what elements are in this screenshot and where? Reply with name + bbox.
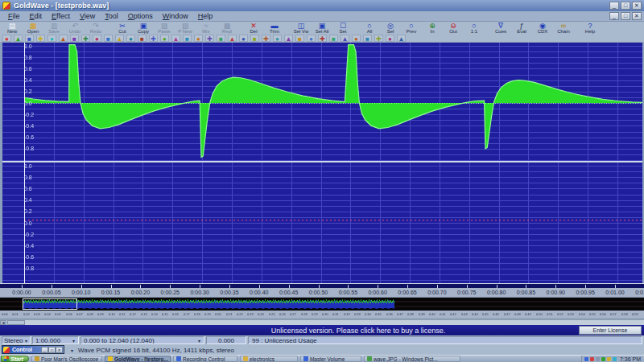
menu-tool[interactable]: Tool [100,11,123,21]
in-button[interactable]: ⊕In [422,23,443,34]
effect-icon-1[interactable]: ● [2,35,11,42]
sel-button[interactable]: ◎Sel [380,23,401,34]
effect-icon-26[interactable]: ▲ [284,35,293,42]
help-button[interactable]: ?Help [580,23,601,34]
sel-vw-button[interactable]: ◫Sel Vw [291,23,312,34]
new-button[interactable]: ▤New [2,23,23,34]
effect-icon-4[interactable]: ✚ [36,35,45,42]
effect-icon-15[interactable]: ● [160,35,169,42]
effect-icon-25[interactable]: ● [273,35,282,42]
task-master-volume[interactable]: Master Volume [300,356,361,362]
effect-icon-18[interactable]: ● [194,35,203,42]
chain-button[interactable]: ∞Chain [553,23,574,34]
effect-icon-2[interactable]: ▲ [14,35,23,42]
effect-icon-33[interactable]: ■ [363,35,372,42]
effect-icon-24[interactable]: ✚ [262,35,270,42]
effect-icon-5[interactable]: ● [47,35,56,42]
out-button[interactable]: ⊖Out [443,23,464,34]
all-button[interactable]: ○All [359,23,380,34]
waveform-display[interactable]: 1.00.80.60.40.20.0-0.2-0.4-0.6-0.81.00.8… [0,43,644,283]
effect-icon-34[interactable]: ✚ [374,35,383,42]
effect-icon-31[interactable]: ▲ [341,35,349,42]
start-button[interactable]: Start [1,356,29,362]
effect-icon-13[interactable]: ■ [138,35,147,42]
effect-icon-22[interactable]: ● [239,35,248,42]
effect-icon-20[interactable]: ■ [217,35,225,42]
effect-icon-7[interactable]: ■ [70,35,79,42]
effect-icon-30[interactable]: ■ [329,35,338,42]
effect-icon-17[interactable]: ■ [183,35,192,42]
control-minimize-icon[interactable]: _ [41,347,48,353]
license-banner[interactable]: Unlicensed version. Please click here to… [0,325,644,335]
open-button[interactable]: ▦Open [23,23,43,34]
task-electronics[interactable]: electronics [240,356,298,362]
cues-button[interactable]: ∇Cues [490,23,511,34]
effect-icon-10[interactable]: ■ [104,35,113,42]
tray-icon-5[interactable] [607,357,611,361]
tray-icon-1[interactable] [584,357,588,361]
task-poor-man-s-oscilloscope-[interactable]: Poor Man's Oscilloscope - ... [31,356,102,362]
control-mini-window[interactable]: Control _ □ ✕ [2,345,64,354]
chevron-down-icon[interactable]: ▾ [71,348,73,353]
menu-effect[interactable]: Effect [47,11,75,21]
menu-help[interactable]: Help [193,11,218,21]
effect-icon-14[interactable]: ✚ [149,35,158,42]
effect-icon-9[interactable]: ● [93,35,101,42]
menu-edit[interactable]: Edit [25,11,47,21]
effect-icon-12[interactable]: ● [126,35,135,42]
tray-icon-4[interactable] [601,357,605,361]
menu-view[interactable]: View [75,11,100,21]
overview-canvas[interactable] [0,298,644,311]
task-recording-control[interactable]: Recording Control [173,356,237,362]
task-wave-jpg-windows-pict-[interactable]: wave.JPG - Windows Pict... [364,356,460,362]
file-overview-bar[interactable] [0,298,644,311]
effect-icon-27[interactable]: ■ [295,35,304,42]
sel-all-button[interactable]: ▣Sel All [312,23,332,34]
waveform-canvas[interactable] [2,43,642,283]
effect-icon-3[interactable]: ■ [25,35,34,42]
effect-icon-32[interactable]: ● [352,35,361,42]
license-message[interactable]: Unlicensed version. Please click here to… [0,327,644,335]
restore-icon[interactable]: □ [621,2,630,10]
menu-options[interactable]: Options [123,11,158,21]
horizontal-scrollbar[interactable]: ◄ [0,319,644,325]
doc-close-icon[interactable]: ✕ [632,12,642,20]
selection-range[interactable]: 0.000 to 12.040 (12.040) ▾ [80,336,204,344]
tray-icon-3[interactable] [596,357,600,361]
zoom-selector[interactable]: 1:00.000 ▾ [32,336,79,344]
control-close-icon[interactable]: ✕ [56,347,63,353]
menu-window[interactable]: Window [158,11,193,21]
channels-selector[interactable]: Stereo ▾ [2,336,31,344]
effect-icon-8[interactable]: ✚ [81,35,90,42]
task-goldwave-testpro-[interactable]: GoldWave - [testpro... [105,356,171,362]
cut-button[interactable]: ✂Cut [112,23,133,34]
effect-icon-16[interactable]: ▲ [171,35,180,42]
minimize-icon[interactable]: _ [609,2,619,10]
effect-icon-23[interactable]: ■ [250,35,259,42]
prev-button[interactable]: ○Prev [401,23,422,34]
del-button[interactable]: ✕Del [243,23,264,34]
copy-button[interactable]: ▣Copy [133,23,154,34]
effect-icon-35[interactable]: ● [386,35,394,42]
doc-restore-icon[interactable]: □ [621,12,630,20]
enter-license-button[interactable]: Enter License [579,326,642,335]
effect-icon-21[interactable]: ▲ [228,35,237,42]
tray-icon-6[interactable] [613,357,617,361]
effect-icon-29[interactable]: ✚ [318,35,327,42]
effect-icon-28[interactable]: ● [307,35,316,42]
doc-minimize-icon[interactable]: _ [609,12,619,20]
effect-icon-19[interactable]: ✚ [205,35,214,42]
effect-icon-11[interactable]: ▲ [115,35,124,42]
set-button[interactable]: ☐Set [332,23,353,34]
effect-icon-6[interactable]: ▲ [59,35,68,42]
control-restore-icon[interactable]: □ [48,347,56,353]
1-1-button[interactable]: ○1:1 [464,23,485,34]
close-icon[interactable]: ✕ [632,2,642,10]
trim-button[interactable]: ▬Trim [264,23,285,34]
eval-button[interactable]: ƒEval [511,23,532,34]
effect-icon-36[interactable]: ▲ [397,35,406,42]
chevron-down-icon: ▾ [24,338,28,343]
tray-icon-2[interactable] [590,357,594,361]
cdx-button[interactable]: ◉CDX [532,23,553,34]
menu-file[interactable]: File [3,11,25,21]
